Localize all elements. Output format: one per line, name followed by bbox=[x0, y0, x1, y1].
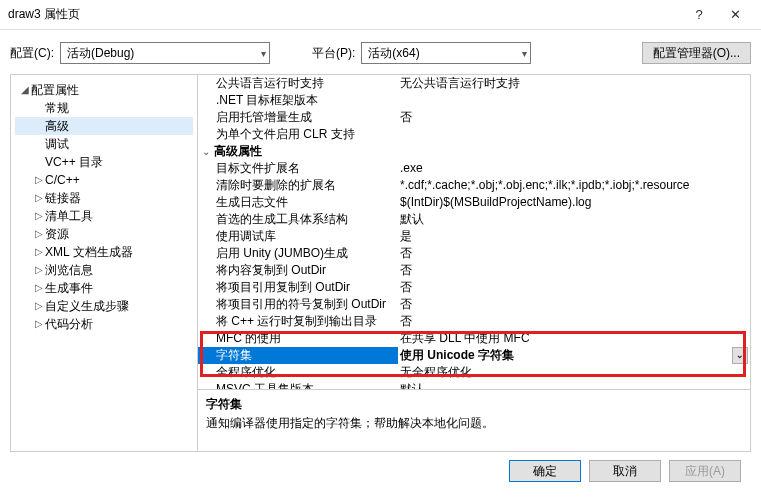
prop-value: 无公共语言运行时支持 bbox=[398, 75, 750, 92]
grid-row[interactable]: MSVC 工具集版本默认 bbox=[198, 381, 750, 389]
grid-row[interactable]: MFC 的使用在共享 DLL 中使用 MFC bbox=[198, 330, 750, 347]
tree-item[interactable]: ▷浏览信息 bbox=[15, 261, 193, 279]
collapse-icon: ◢ bbox=[19, 81, 31, 99]
expand-icon: ▷ bbox=[33, 261, 45, 279]
prop-name: 使用调试库 bbox=[198, 228, 398, 245]
grid-row[interactable]: 目标文件扩展名.exe bbox=[198, 160, 750, 177]
prop-value: 否 bbox=[398, 313, 750, 330]
prop-value: 否 bbox=[398, 109, 750, 126]
prop-value: 否 bbox=[398, 245, 750, 262]
prop-name: 将内容复制到 OutDir bbox=[198, 262, 398, 279]
ok-button[interactable]: 确定 bbox=[509, 460, 581, 482]
apply-button[interactable]: 应用(A) bbox=[669, 460, 741, 482]
titlebar: draw3 属性页 ? ✕ bbox=[0, 0, 761, 30]
close-button[interactable]: ✕ bbox=[717, 0, 753, 30]
expand-icon: ▷ bbox=[33, 315, 45, 333]
prop-name: 将项目引用复制到 OutDir bbox=[198, 279, 398, 296]
grid-row[interactable]: 启用 Unity (JUMBO)生成否 bbox=[198, 245, 750, 262]
prop-value: 无全程序优化 bbox=[398, 364, 750, 381]
prop-value: 是 bbox=[398, 228, 750, 245]
grid-group[interactable]: ⌄高级属性 bbox=[198, 143, 750, 160]
prop-value: 在共享 DLL 中使用 MFC bbox=[398, 330, 750, 347]
prop-value: 默认 bbox=[398, 211, 750, 228]
description-title: 字符集 bbox=[206, 396, 742, 413]
tree-item[interactable]: ▷链接器 bbox=[15, 189, 193, 207]
help-button[interactable]: ? bbox=[681, 0, 717, 30]
tree-item[interactable]: VC++ 目录 bbox=[15, 153, 193, 171]
tree-root[interactable]: ◢配置属性 bbox=[15, 81, 193, 99]
config-manager-button[interactable]: 配置管理器(O)... bbox=[642, 42, 751, 64]
tree-item[interactable]: ▷清单工具 bbox=[15, 207, 193, 225]
grid-row[interactable]: 清除时要删除的扩展名*.cdf;*.cache;*.obj;*.obj.enc;… bbox=[198, 177, 750, 194]
property-tree: ◢配置属性常规高级调试VC++ 目录▷C/C++▷链接器▷清单工具▷资源▷XML… bbox=[11, 75, 198, 451]
config-select[interactable]: 活动(Debug)▾ bbox=[60, 42, 270, 64]
expand-icon: ▷ bbox=[33, 189, 45, 207]
dropdown-button[interactable]: ⌄ bbox=[732, 347, 748, 364]
expand-icon: ▷ bbox=[33, 297, 45, 315]
prop-name: 全程序优化 bbox=[198, 364, 398, 381]
collapse-icon: ⌄ bbox=[202, 143, 214, 160]
prop-name: 字符集 bbox=[198, 347, 398, 364]
grid-row[interactable]: 生成日志文件$(IntDir)$(MSBuildProjectName).log bbox=[198, 194, 750, 211]
tree-item[interactable]: 调试 bbox=[15, 135, 193, 153]
tree-item[interactable]: ▷自定义生成步骤 bbox=[15, 297, 193, 315]
prop-value: .exe bbox=[398, 160, 750, 177]
cancel-button[interactable]: 取消 bbox=[589, 460, 661, 482]
property-grid: 公共语言运行时支持无公共语言运行时支持.NET 目标框架版本启用托管增量生成否为… bbox=[198, 75, 750, 389]
config-label: 配置(C): bbox=[10, 45, 54, 62]
grid-row[interactable]: 将 C++ 运行时复制到输出目录否 bbox=[198, 313, 750, 330]
prop-name: MSVC 工具集版本 bbox=[198, 381, 398, 389]
grid-row[interactable]: 公共语言运行时支持无公共语言运行时支持 bbox=[198, 75, 750, 92]
grid-row[interactable]: 将内容复制到 OutDir否 bbox=[198, 262, 750, 279]
prop-name: 清除时要删除的扩展名 bbox=[198, 177, 398, 194]
prop-value bbox=[398, 126, 750, 143]
description-panel: 字符集 通知编译器使用指定的字符集；帮助解决本地化问题。 bbox=[198, 389, 750, 451]
prop-name: 公共语言运行时支持 bbox=[198, 75, 398, 92]
prop-name: 首选的生成工具体系结构 bbox=[198, 211, 398, 228]
grid-row[interactable]: 全程序优化无全程序优化 bbox=[198, 364, 750, 381]
prop-name: 目标文件扩展名 bbox=[198, 160, 398, 177]
grid-row[interactable]: .NET 目标框架版本 bbox=[198, 92, 750, 109]
tree-item[interactable]: ▷生成事件 bbox=[15, 279, 193, 297]
prop-value: *.cdf;*.cache;*.obj;*.obj.enc;*.ilk;*.ip… bbox=[398, 177, 750, 194]
tree-item[interactable]: ▷XML 文档生成器 bbox=[15, 243, 193, 261]
tree-item[interactable]: 常规 bbox=[15, 99, 193, 117]
grid-row[interactable]: 将项目引用复制到 OutDir否 bbox=[198, 279, 750, 296]
grid-row[interactable]: 将项目引用的符号复制到 OutDir否 bbox=[198, 296, 750, 313]
prop-value[interactable]: 使用 Unicode 字符集⌄ bbox=[398, 347, 750, 364]
prop-name: 将 C++ 运行时复制到输出目录 bbox=[198, 313, 398, 330]
prop-value: 默认 bbox=[398, 381, 750, 389]
prop-value: 否 bbox=[398, 262, 750, 279]
prop-name: 生成日志文件 bbox=[198, 194, 398, 211]
prop-name: 将项目引用的符号复制到 OutDir bbox=[198, 296, 398, 313]
chevron-down-icon: ⌄ bbox=[736, 347, 744, 364]
tree-item[interactable]: ▷资源 bbox=[15, 225, 193, 243]
tree-item[interactable]: ▷C/C++ bbox=[15, 171, 193, 189]
expand-icon: ▷ bbox=[33, 225, 45, 243]
prop-value: $(IntDir)$(MSBuildProjectName).log bbox=[398, 194, 750, 211]
window-title: draw3 属性页 bbox=[8, 6, 681, 23]
chevron-down-icon: ▾ bbox=[522, 48, 527, 59]
dialog-buttons: 确定 取消 应用(A) bbox=[10, 452, 751, 482]
tree-item[interactable]: 高级 bbox=[15, 117, 193, 135]
prop-value bbox=[398, 143, 750, 160]
prop-name: .NET 目标框架版本 bbox=[198, 92, 398, 109]
expand-icon: ▷ bbox=[33, 279, 45, 297]
grid-row[interactable]: 首选的生成工具体系结构默认 bbox=[198, 211, 750, 228]
tree-item[interactable]: ▷代码分析 bbox=[15, 315, 193, 333]
grid-row[interactable]: 为单个文件启用 CLR 支持 bbox=[198, 126, 750, 143]
expand-icon: ▷ bbox=[33, 171, 45, 189]
prop-value: 否 bbox=[398, 296, 750, 313]
prop-name: 启用托管增量生成 bbox=[198, 109, 398, 126]
prop-name: 启用 Unity (JUMBO)生成 bbox=[198, 245, 398, 262]
prop-name: ⌄高级属性 bbox=[198, 143, 398, 160]
grid-row[interactable]: 启用托管增量生成否 bbox=[198, 109, 750, 126]
platform-select[interactable]: 活动(x64)▾ bbox=[361, 42, 531, 64]
expand-icon: ▷ bbox=[33, 243, 45, 261]
grid-row[interactable]: 字符集使用 Unicode 字符集⌄ bbox=[198, 347, 750, 364]
grid-row[interactable]: 使用调试库是 bbox=[198, 228, 750, 245]
prop-name: 为单个文件启用 CLR 支持 bbox=[198, 126, 398, 143]
config-toolbar: 配置(C): 活动(Debug)▾ 平台(P): 活动(x64)▾ 配置管理器(… bbox=[10, 42, 751, 64]
chevron-down-icon: ▾ bbox=[261, 48, 266, 59]
prop-name: MFC 的使用 bbox=[198, 330, 398, 347]
